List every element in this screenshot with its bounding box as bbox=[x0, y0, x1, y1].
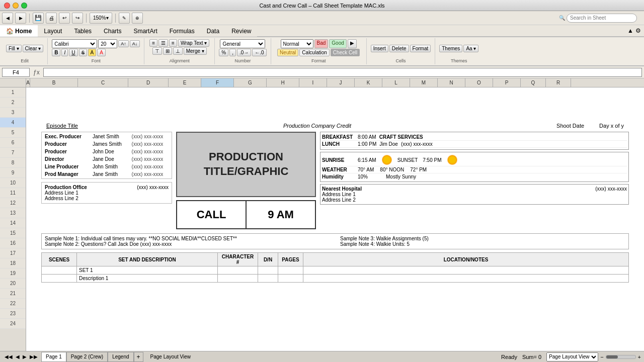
highlight-btn[interactable]: A bbox=[88, 49, 97, 56]
misc-btn1[interactable]: ✎ bbox=[119, 13, 130, 24]
row-1[interactable]: 1 bbox=[0, 87, 26, 98]
themes-btn[interactable]: Themes bbox=[439, 45, 462, 52]
underline-btn[interactable]: U bbox=[69, 49, 77, 56]
strikethrough-btn[interactable]: S̶ bbox=[79, 49, 87, 56]
sheet-tab-legend[interactable]: Legend bbox=[108, 352, 133, 362]
row-24[interactable]: 24 bbox=[0, 319, 26, 329]
col-hdr-H[interactable]: H bbox=[267, 78, 299, 87]
nav-data[interactable]: Data bbox=[201, 25, 225, 37]
sheet-nav-prev[interactable]: ◀ bbox=[14, 353, 21, 360]
col-hdr-G[interactable]: G bbox=[234, 78, 267, 87]
col-hdr-Q[interactable]: Q bbox=[521, 78, 546, 87]
more-styles-btn[interactable]: ▶ bbox=[348, 39, 357, 48]
align-left[interactable]: ≡ bbox=[149, 39, 157, 47]
font-increase[interactable]: A↑ bbox=[118, 40, 129, 47]
row-23[interactable]: 23 bbox=[0, 309, 26, 319]
row-6[interactable]: 6 bbox=[0, 138, 26, 148]
col-hdr-N[interactable]: N bbox=[438, 78, 465, 87]
zoom-minus[interactable]: − bbox=[600, 354, 603, 360]
col-hdr-E[interactable]: E bbox=[169, 78, 201, 87]
wrap-text[interactable]: Wrap Text ▾ bbox=[178, 39, 209, 47]
merge-btn[interactable]: Merge ▾ bbox=[184, 47, 207, 55]
row-2[interactable]: 2 bbox=[0, 98, 26, 108]
good-btn[interactable]: Good bbox=[329, 39, 346, 48]
fonts-btn[interactable]: Aa ▾ bbox=[463, 45, 478, 52]
nav-smartart[interactable]: SmartArt bbox=[127, 25, 163, 37]
undo-btn[interactable]: ↩ bbox=[59, 13, 70, 24]
insert-btn[interactable]: Insert bbox=[371, 45, 388, 52]
save-btn[interactable]: 💾 bbox=[33, 13, 44, 24]
clear-btn[interactable]: Clear ▾ bbox=[23, 45, 44, 52]
bad-btn[interactable]: Bad bbox=[314, 39, 329, 48]
row-5[interactable]: 5 bbox=[0, 128, 26, 138]
col-hdr-D[interactable]: D bbox=[128, 78, 169, 87]
forward-btn[interactable]: ▶ bbox=[15, 13, 26, 24]
col-hdr-P[interactable]: P bbox=[493, 78, 521, 87]
align-right[interactable]: ≡ bbox=[169, 39, 177, 47]
nav-layout[interactable]: Layout bbox=[38, 25, 68, 37]
row-21[interactable]: 21 bbox=[0, 289, 26, 299]
decimal-dec[interactable]: ←.0 bbox=[252, 49, 266, 56]
sheet-tab-page2[interactable]: Page 2 (Crew) bbox=[66, 352, 108, 362]
zoom-display[interactable]: 150% ▾ bbox=[90, 13, 112, 24]
search-input[interactable] bbox=[567, 14, 637, 23]
ribbon-settings[interactable]: ⚙ bbox=[635, 27, 641, 34]
row-18[interactable]: 18 bbox=[0, 258, 26, 268]
spreadsheet-data[interactable]: Episode Title Production Company Credit … bbox=[26, 87, 644, 351]
redo-btn[interactable]: ↪ bbox=[72, 13, 83, 24]
sheet-nav-right[interactable]: ▶▶ bbox=[28, 353, 39, 360]
col-hdr-C[interactable]: C bbox=[78, 78, 128, 87]
cell-style-normal[interactable]: Normal bbox=[281, 39, 313, 48]
row-20[interactable]: 20 bbox=[0, 279, 26, 289]
back-btn[interactable]: ◀ bbox=[2, 13, 13, 24]
calculation-btn[interactable]: Calculation bbox=[299, 49, 329, 56]
col-hdr-M[interactable]: M bbox=[410, 78, 438, 87]
font-size-select[interactable]: 20 bbox=[98, 39, 117, 48]
valign-top[interactable]: ⊤ bbox=[152, 47, 162, 55]
col-hdr-J[interactable]: J bbox=[327, 78, 355, 87]
row-7[interactable]: 7 bbox=[0, 148, 26, 158]
font-decrease[interactable]: A↓ bbox=[130, 40, 140, 47]
font-select[interactable]: Calibri bbox=[52, 39, 97, 48]
bold-btn[interactable]: B bbox=[52, 49, 60, 56]
nav-review[interactable]: Review bbox=[225, 25, 257, 37]
col-hdr-L[interactable]: L bbox=[382, 78, 410, 87]
formula-input[interactable] bbox=[43, 68, 642, 77]
name-box[interactable] bbox=[2, 68, 30, 77]
zoom-slider[interactable] bbox=[606, 355, 636, 359]
neutral-btn[interactable]: Neutral bbox=[277, 49, 298, 56]
valign-bot[interactable]: ⊥ bbox=[173, 47, 183, 55]
zoom-select[interactable]: Page Layout View bbox=[546, 352, 598, 361]
row-14[interactable]: 14 bbox=[0, 218, 26, 228]
sheet-nav-left[interactable]: ◀◀ bbox=[3, 353, 14, 360]
col-hdr-B[interactable]: B bbox=[30, 78, 78, 87]
percent-btn[interactable]: % bbox=[219, 49, 228, 56]
row-17[interactable]: 17 bbox=[0, 248, 26, 258]
maximize-button[interactable] bbox=[21, 3, 27, 9]
col-hdr-A[interactable]: A bbox=[26, 78, 30, 87]
row-10[interactable]: 10 bbox=[0, 178, 26, 188]
nav-tables[interactable]: Tables bbox=[68, 25, 98, 37]
row-3[interactable]: 3 bbox=[0, 108, 26, 118]
align-center[interactable]: ☰ bbox=[158, 39, 168, 47]
valign-mid[interactable]: ⊞ bbox=[163, 47, 172, 55]
sheet-tab-page1[interactable]: Page 1 bbox=[41, 352, 66, 362]
nav-charts[interactable]: Charts bbox=[98, 25, 127, 37]
decimal-inc[interactable]: .0→ bbox=[237, 49, 251, 56]
fill-btn[interactable]: Fill ▾ bbox=[6, 45, 22, 52]
format-btn[interactable]: Format bbox=[410, 45, 431, 52]
sheet-nav-next[interactable]: ▶ bbox=[21, 353, 28, 360]
col-hdr-F[interactable]: F bbox=[201, 78, 234, 87]
color-btn[interactable]: A bbox=[97, 49, 106, 56]
row-13[interactable]: 13 bbox=[0, 208, 26, 218]
add-sheet-btn[interactable]: + bbox=[134, 352, 143, 362]
misc-btn2[interactable]: ⊕ bbox=[132, 13, 143, 24]
window-controls[interactable] bbox=[4, 3, 27, 9]
col-hdr-K[interactable]: K bbox=[355, 78, 382, 87]
minimize-button[interactable] bbox=[13, 3, 19, 9]
col-hdr-I[interactable]: I bbox=[299, 78, 327, 87]
print-btn[interactable]: 🖨 bbox=[46, 13, 57, 24]
col-hdr-O[interactable]: O bbox=[465, 78, 493, 87]
row-19[interactable]: 19 bbox=[0, 268, 26, 279]
col-hdr-R[interactable]: R bbox=[546, 78, 571, 87]
